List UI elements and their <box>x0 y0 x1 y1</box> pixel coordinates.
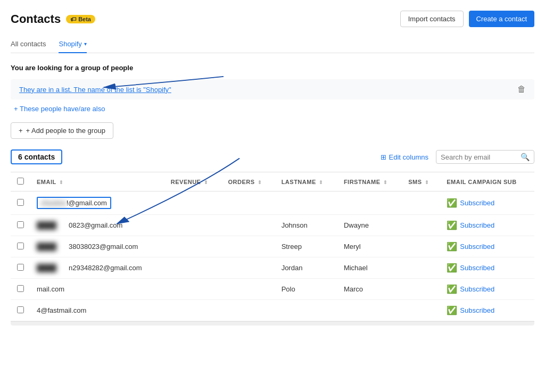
tag-icon: 🏷 <box>70 16 76 22</box>
row-email[interactable]: ████38038023@gmail.com <box>30 236 164 257</box>
row-firstname: Meryl <box>337 236 402 257</box>
row-checkbox[interactable] <box>17 285 24 292</box>
row-firstname <box>337 191 402 215</box>
subscribed-check-icon: ✅ <box>447 305 457 315</box>
row-firstname: Dwayne <box>337 215 402 236</box>
table-row[interactable]: 4@fastmail.com✅ Subscribed <box>11 300 534 321</box>
row-subscription: ✅ Subscribed <box>440 236 534 257</box>
contacts-bar-right: ⊞ Edit columns 🔍 <box>381 150 534 164</box>
columns-icon: ⊞ <box>381 153 386 161</box>
row-subscription: ✅ Subscribed <box>440 257 534 279</box>
import-contacts-button[interactable]: Import contacts <box>400 11 464 27</box>
search-box: 🔍 <box>436 150 534 164</box>
page-title: Contacts <box>11 12 61 26</box>
row-sms <box>402 279 440 300</box>
row-email[interactable]: ████n29348282@gmail.com <box>30 257 164 279</box>
contacts-count: 6 contacts <box>11 149 62 164</box>
sort-orders-icon[interactable]: ⇕ <box>258 180 262 185</box>
row-revenue <box>164 236 222 257</box>
filter-text[interactable]: They are in a list. The name of the list… <box>19 86 171 94</box>
subscribed-check-icon: ✅ <box>447 241 457 252</box>
table-row[interactable]: ████n29348282@gmail.comJordanMichael✅ Su… <box>11 257 534 279</box>
header-orders: ORDERS ⇕ <box>221 172 275 191</box>
add-people-button[interactable]: + + Add people to the group <box>11 122 113 139</box>
row-checkbox[interactable] <box>17 306 24 313</box>
sort-revenue-icon[interactable]: ⇕ <box>204 180 209 185</box>
add-filter-link[interactable]: + These people have/are also <box>11 105 534 113</box>
row-orders <box>221 191 275 215</box>
section-label: You are looking for a group of people <box>11 64 534 72</box>
header-email: EMAIL ⇕ <box>30 172 164 191</box>
contacts-table-wrapper: EMAIL ⇕ REVENUE ⇕ ORDERS ⇕ LASTNAME ⇕ FI… <box>11 172 534 326</box>
row-lastname: Jordan <box>275 257 337 279</box>
row-sms <box>402 300 440 321</box>
row-checkbox[interactable] <box>17 199 24 206</box>
row-firstname: Michael <box>337 257 402 279</box>
subscribed-check-icon: ✅ <box>447 263 457 273</box>
row-email[interactable]: 4@fastmail.com <box>30 300 164 321</box>
beta-badge: 🏷 Beta <box>66 15 95 23</box>
sort-email-icon[interactable]: ⇕ <box>59 180 64 185</box>
row-revenue <box>164 300 222 321</box>
row-checkbox[interactable] <box>17 243 24 249</box>
sort-sms-icon[interactable]: ⇕ <box>425 180 430 185</box>
header-actions: Import contacts Create a contact <box>400 11 534 27</box>
table-row[interactable]: ████38038023@gmail.comStreepMeryl✅ Subsc… <box>11 236 534 257</box>
row-orders <box>221 236 275 257</box>
filter-block: They are in a list. The name of the list… <box>11 79 534 99</box>
horizontal-scrollbar[interactable] <box>11 321 534 326</box>
header-firstname: FIRSTNAME ⇕ <box>337 172 402 191</box>
row-orders <box>221 215 275 236</box>
row-firstname: Marco <box>337 279 402 300</box>
search-icon: 🔍 <box>521 153 530 161</box>
sort-firstname-icon[interactable]: ⇕ <box>383 180 388 185</box>
subscribed-check-icon: ✅ <box>447 198 457 208</box>
select-all-checkbox[interactable] <box>17 178 24 185</box>
contacts-bar: 6 contacts ⊞ Edit columns 🔍 <box>11 149 534 164</box>
row-checkbox[interactable] <box>17 264 24 271</box>
create-contact-button[interactable]: Create a contact <box>469 11 534 27</box>
subscribed-check-icon: ✅ <box>447 220 457 230</box>
row-email[interactable]: mail.com <box>30 279 164 300</box>
plus-icon: + <box>19 127 23 135</box>
row-subscription: ✅ Subscribed <box>440 300 534 321</box>
row-lastname: Polo <box>275 279 337 300</box>
row-subscription: ✅ Subscribed <box>440 191 534 215</box>
row-subscription: ✅ Subscribed <box>440 279 534 300</box>
subscribed-check-icon: ✅ <box>447 284 457 294</box>
row-revenue <box>164 215 222 236</box>
row-lastname <box>275 300 337 321</box>
header-revenue: REVENUE ⇕ <box>164 172 222 191</box>
trash-icon[interactable]: 🗑 <box>517 85 526 94</box>
page-header: Contacts 🏷 Beta Import contacts Create a… <box>11 11 534 27</box>
tab-all-contacts[interactable]: All contacts <box>11 36 46 53</box>
row-email[interactable]: ████0823@gmail.com <box>30 215 164 236</box>
header-sms: SMS ⇕ <box>402 172 440 191</box>
row-orders <box>221 300 275 321</box>
table-row[interactable]: ████0823@gmail.comJohnsonDwayne✅ Subscri… <box>11 215 534 236</box>
table-row[interactable]: chucknc!@gmail.com✅ Subscribed <box>11 191 534 215</box>
row-checkbox[interactable] <box>17 221 24 228</box>
row-orders <box>221 279 275 300</box>
table-row[interactable]: mail.comPoloMarco✅ Subscribed <box>11 279 534 300</box>
sort-lastname-icon[interactable]: ⇕ <box>319 180 324 185</box>
row-lastname: Johnson <box>275 215 337 236</box>
row-sms <box>402 191 440 215</box>
contacts-table: EMAIL ⇕ REVENUE ⇕ ORDERS ⇕ LASTNAME ⇕ FI… <box>11 172 534 321</box>
edit-columns-button[interactable]: ⊞ Edit columns <box>381 153 428 161</box>
row-subscription: ✅ Subscribed <box>440 215 534 236</box>
row-orders <box>221 257 275 279</box>
row-sms <box>402 257 440 279</box>
header-lastname: LASTNAME ⇕ <box>275 172 337 191</box>
row-lastname: Streep <box>275 236 337 257</box>
row-revenue <box>164 257 222 279</box>
tabs-bar: All contacts Shopify ▾ <box>11 36 534 53</box>
row-revenue <box>164 191 222 215</box>
search-email-input[interactable] <box>441 153 521 161</box>
row-firstname <box>337 300 402 321</box>
chevron-down-icon: ▾ <box>84 41 87 47</box>
row-sms <box>402 236 440 257</box>
row-email[interactable]: chucknc!@gmail.com <box>30 191 164 215</box>
tab-shopify[interactable]: Shopify ▾ <box>59 36 86 53</box>
row-lastname <box>275 191 337 215</box>
